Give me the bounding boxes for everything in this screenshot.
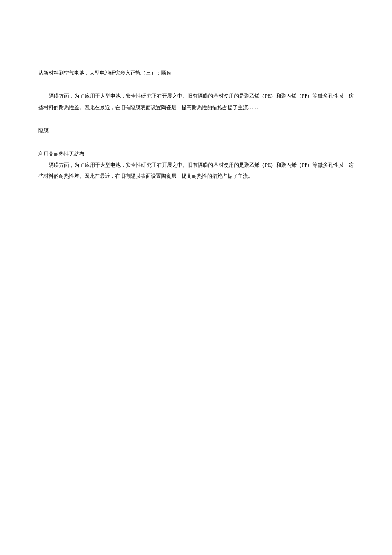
subsection-heading: 利用高耐热性无纺布 [38,148,354,159]
document-title: 从新材料到空气电池，大型电池研究步入正轨（三）：隔膜 [38,67,354,78]
body-paragraph: 隔膜方面，为了应用于大型电池，安全性研究正在开展之中。旧有隔膜的基材使用的是聚乙… [38,159,354,182]
section-heading: 隔膜 [38,125,354,136]
abstract-paragraph: 隔膜方面，为了应用于大型电池，安全性研究正在开展之中。旧有隔膜的基材使用的是聚乙… [38,90,354,113]
